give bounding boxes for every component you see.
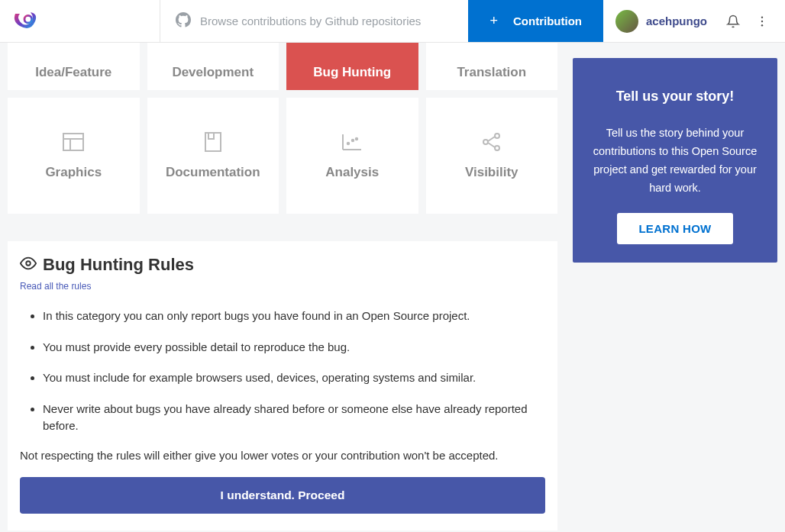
- bell-icon[interactable]: [722, 15, 744, 28]
- visibility-icon: [481, 131, 502, 153]
- documentation-icon: [202, 131, 224, 153]
- rules-title-row: Bug Hunting Rules: [20, 255, 545, 275]
- category-idea-feature[interactable]: Idea/Feature: [8, 43, 140, 90]
- rules-footer: Not respecting the rules will either giv…: [20, 449, 545, 462]
- svg-point-2: [761, 20, 763, 21]
- list-item: Never write about bugs you have already …: [43, 401, 545, 435]
- logo-cell: [0, 0, 160, 42]
- category-analysis[interactable]: Analysis: [286, 98, 418, 214]
- story-title: Tell us your story!: [591, 89, 759, 105]
- svg-point-16: [495, 146, 499, 150]
- search-input[interactable]: [200, 15, 468, 27]
- read-all-rules-link[interactable]: Read all the rules: [20, 281, 91, 292]
- svg-point-1: [761, 16, 763, 18]
- left-column: Idea/Feature Development Bug Hunting Tra…: [8, 43, 557, 530]
- avatar[interactable]: [615, 10, 638, 33]
- svg-point-15: [495, 134, 499, 138]
- category-visibility[interactable]: Visibility: [426, 98, 558, 214]
- category-grid: Idea/Feature Development Bug Hunting Tra…: [8, 43, 557, 214]
- proceed-button[interactable]: I understand. Proceed: [20, 477, 545, 514]
- contribution-label: Contribution: [513, 15, 582, 27]
- plus-icon: +: [489, 13, 498, 29]
- search-cell: [160, 0, 468, 42]
- category-graphics[interactable]: Graphics: [8, 98, 140, 214]
- rules-card: Bug Hunting Rules Read all the rules In …: [8, 241, 557, 530]
- main: Idea/Feature Development Bug Hunting Tra…: [0, 43, 785, 532]
- utopian-logo-icon[interactable]: [9, 5, 40, 38]
- svg-point-13: [356, 138, 357, 140]
- user-cell: acehpungo: [603, 0, 785, 42]
- svg-point-11: [347, 143, 349, 144]
- analysis-icon: [341, 131, 363, 153]
- story-card: Tell us your story! Tell us the story be…: [573, 58, 777, 263]
- header: + Contribution acehpungo: [0, 0, 785, 43]
- more-icon[interactable]: [751, 15, 773, 28]
- contribution-button[interactable]: + Contribution: [468, 0, 603, 42]
- eye-icon: [20, 255, 37, 275]
- svg-point-0: [24, 15, 32, 23]
- list-item: You must provide every possible detail t…: [43, 339, 545, 356]
- svg-point-3: [761, 24, 763, 26]
- category-translation[interactable]: Translation: [426, 43, 558, 90]
- svg-rect-8: [208, 133, 214, 139]
- svg-rect-4: [63, 134, 83, 150]
- story-body: Tell us the story behind your contributi…: [591, 124, 759, 198]
- svg-point-19: [26, 261, 31, 266]
- github-icon: [176, 12, 200, 31]
- category-documentation[interactable]: Documentation: [147, 98, 279, 214]
- svg-line-18: [488, 143, 495, 147]
- category-bug-hunting[interactable]: Bug Hunting: [286, 43, 418, 90]
- username[interactable]: acehpungo: [646, 15, 707, 27]
- category-development[interactable]: Development: [147, 43, 279, 90]
- svg-point-14: [483, 140, 488, 144]
- learn-how-button[interactable]: LEARN HOW: [617, 213, 732, 244]
- svg-line-17: [488, 137, 495, 141]
- list-item: In this category you can only report bug…: [43, 308, 545, 325]
- rules-title: Bug Hunting Rules: [43, 255, 194, 275]
- rules-list: In this category you can only report bug…: [43, 308, 545, 435]
- svg-point-12: [352, 140, 354, 141]
- graphics-icon: [63, 131, 84, 153]
- right-column: Tell us your story! Tell us the story be…: [573, 43, 777, 530]
- list-item: You must include for example browsers us…: [43, 369, 545, 387]
